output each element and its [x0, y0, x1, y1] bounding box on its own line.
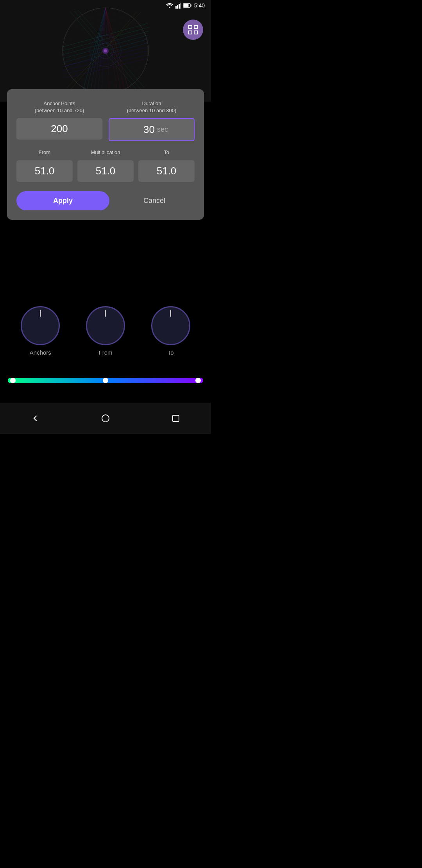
anchor-points-input[interactable] — [16, 118, 102, 140]
status-icons: 5:40 — [166, 2, 205, 9]
status-bar: 5:40 — [0, 0, 211, 11]
from-knob-container: From — [86, 306, 125, 356]
svg-rect-46 — [194, 31, 197, 34]
svg-rect-7 — [184, 4, 188, 7]
dialog-row-fmt: From Multiplication To — [16, 149, 195, 181]
svg-rect-3 — [179, 4, 180, 9]
svg-rect-4 — [180, 3, 181, 9]
svg-line-22 — [63, 35, 148, 59]
multiplication-input[interactable] — [77, 160, 134, 182]
svg-point-47 — [102, 415, 109, 422]
svg-rect-48 — [173, 415, 179, 421]
bottom-navigation — [0, 403, 211, 434]
anchors-knob-label: Anchors — [30, 349, 51, 356]
spiral-visualization — [59, 4, 152, 98]
home-icon — [101, 414, 110, 423]
duration-input[interactable] — [135, 124, 155, 136]
svg-rect-45 — [189, 31, 192, 34]
home-button[interactable] — [94, 407, 117, 430]
cancel-button[interactable]: Cancel — [114, 191, 195, 210]
to-knob-container: To — [151, 306, 190, 356]
dialog-buttons: Apply Cancel — [16, 191, 195, 210]
duration-unit: sec — [157, 126, 168, 134]
battery-icon — [183, 3, 192, 8]
duration-input-wrapper[interactable]: sec — [109, 118, 195, 141]
to-label: To — [164, 149, 169, 156]
from-knob-tick — [105, 310, 106, 317]
svg-line-32 — [78, 10, 145, 88]
svg-line-9 — [82, 8, 106, 94]
color-slider[interactable] — [8, 378, 203, 383]
anchors-knob-container: Anchors — [21, 306, 60, 356]
from-label: From — [39, 149, 50, 156]
duration-field: Duration (between 10 and 300) sec — [109, 100, 195, 141]
anchor-points-field: Anchor Points (between 10 and 720) — [16, 100, 102, 141]
duration-label: Duration (between 10 and 300) — [127, 100, 176, 114]
from-knob-label: From — [98, 349, 112, 356]
svg-rect-2 — [177, 5, 178, 9]
to-knob[interactable] — [151, 306, 190, 345]
multiplication-label: Multiplication — [91, 149, 120, 156]
svg-line-28 — [64, 59, 147, 78]
apply-button[interactable]: Apply — [16, 191, 109, 210]
settings-dialog: Anchor Points (between 10 and 720) Durat… — [7, 89, 204, 220]
wifi-icon — [166, 3, 173, 8]
svg-line-20 — [63, 27, 148, 51]
slider-dot-right[interactable] — [195, 378, 201, 383]
svg-rect-6 — [191, 5, 191, 7]
svg-rect-1 — [175, 6, 177, 9]
svg-line-19 — [106, 8, 129, 91]
knobs-area: Anchors From To — [0, 306, 211, 356]
svg-rect-44 — [194, 25, 197, 29]
expand-icon — [188, 24, 198, 35]
clock: 5:40 — [194, 2, 205, 9]
svg-point-0 — [169, 7, 170, 8]
back-icon — [30, 414, 40, 423]
slider-dot-left[interactable] — [10, 378, 16, 383]
anchors-knob-tick — [40, 310, 41, 317]
slider-dot-center[interactable] — [103, 378, 108, 383]
anchors-knob[interactable] — [21, 306, 60, 345]
svg-point-42 — [104, 49, 107, 52]
viz-circle — [59, 4, 152, 98]
to-knob-label: To — [168, 349, 174, 356]
signal-icon — [175, 2, 181, 9]
back-button[interactable] — [23, 407, 47, 430]
to-knob-tick — [170, 310, 171, 317]
svg-line-27 — [63, 55, 148, 74]
recents-icon — [172, 414, 180, 423]
expand-button[interactable] — [183, 20, 203, 40]
multiplication-field: Multiplication — [77, 149, 134, 181]
from-field: From — [16, 149, 73, 181]
svg-rect-43 — [189, 25, 192, 29]
recents-button[interactable] — [164, 407, 188, 430]
dialog-row-top: Anchor Points (between 10 and 720) Durat… — [16, 100, 195, 141]
to-field: To — [138, 149, 195, 181]
visualization-area — [0, 0, 211, 102]
to-input[interactable] — [138, 160, 195, 182]
from-input[interactable] — [16, 160, 73, 182]
anchor-points-label: Anchor Points (between 10 and 720) — [35, 100, 84, 114]
from-knob[interactable] — [86, 306, 125, 345]
